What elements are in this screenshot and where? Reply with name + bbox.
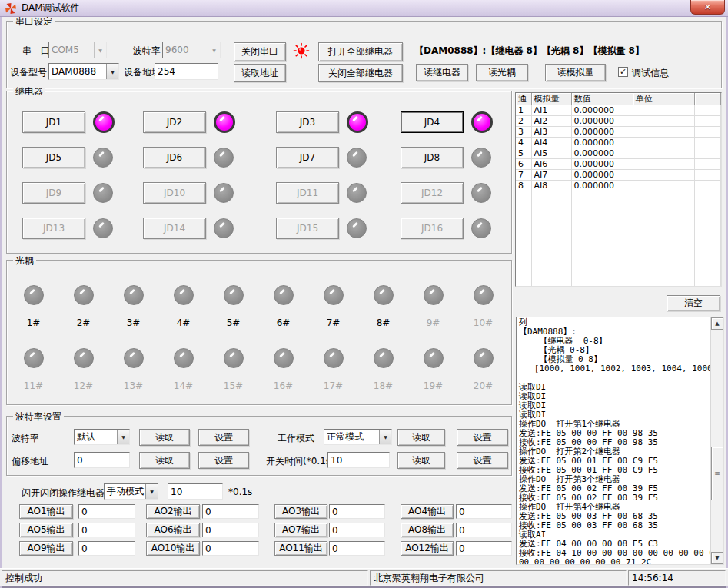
flash-mode-select[interactable]: 手动模式 ▼ bbox=[104, 483, 158, 500]
debug-log[interactable]: 列 【DAM0888】: 【继电器 0-8】 【光耦 0-8】 【模拟量 0-8… bbox=[516, 317, 724, 565]
switch-time-set-button[interactable]: 设置 bbox=[457, 452, 508, 469]
relay-button-jd2[interactable]: JD2 bbox=[143, 111, 206, 133]
col-header-value[interactable]: 数值 bbox=[571, 93, 633, 105]
relay-button-jd5[interactable]: JD5 bbox=[22, 147, 85, 168]
ao7-output-input[interactable] bbox=[329, 523, 385, 537]
ao1-output-button[interactable]: AO1输出 bbox=[19, 504, 73, 519]
opto-label: 12# bbox=[74, 380, 93, 391]
status-message: 控制成功 bbox=[2, 570, 368, 586]
read-analog-button[interactable]: 读模拟量 bbox=[545, 64, 606, 81]
baud-read-button[interactable]: 读取 bbox=[139, 429, 190, 446]
ao3-output-input[interactable] bbox=[329, 504, 385, 519]
ao12-output-button[interactable]: AO12输出 bbox=[401, 541, 454, 556]
offset-set-button[interactable]: 设置 bbox=[198, 452, 249, 469]
relay-button-jd7[interactable]: JD7 bbox=[276, 147, 339, 168]
cell-channel: 2 bbox=[516, 116, 531, 127]
opto-led bbox=[374, 285, 394, 305]
scrollbar-down-icon[interactable]: ▼ bbox=[711, 552, 723, 564]
opto-label: 14# bbox=[174, 380, 193, 391]
model-select[interactable]: DAM0888 ▼ bbox=[48, 63, 119, 80]
scrollbar-up-icon[interactable]: ▲ bbox=[711, 317, 723, 330]
opto-channel: 12# bbox=[58, 348, 108, 391]
ao7-output-button[interactable]: AO7输出 bbox=[274, 523, 327, 537]
cell-analog: AI4 bbox=[531, 138, 571, 148]
ao11-output-input[interactable] bbox=[329, 541, 385, 556]
cell-unit bbox=[633, 170, 694, 181]
table-row: 3 AI3 0.000000 bbox=[516, 127, 721, 138]
ao1-output-input[interactable] bbox=[78, 504, 135, 519]
dropdown-arrow-icon: ▼ bbox=[379, 430, 391, 444]
offset-address-input[interactable] bbox=[74, 452, 130, 468]
ao11-output-button[interactable]: AO11输出 bbox=[274, 541, 327, 556]
close-all-relays-button[interactable]: 关闭全部继电器 bbox=[318, 64, 403, 82]
scrollbar-thumb[interactable]: ≡ bbox=[711, 447, 723, 500]
col-header-unit[interactable]: 单位 bbox=[633, 93, 694, 105]
cell-channel: 1 bbox=[516, 105, 531, 116]
read-relay-button[interactable]: 读继电器 bbox=[416, 64, 468, 81]
ao4-output-input[interactable] bbox=[456, 504, 512, 519]
work-mode-set-button[interactable]: 设置 bbox=[457, 429, 508, 446]
address-input[interactable] bbox=[155, 63, 218, 80]
cell-analog: AI3 bbox=[531, 127, 571, 138]
ao6-output-button[interactable]: AO6输出 bbox=[146, 523, 200, 537]
device-info-label: 【DAM0888】:【继电器 8】【光耦 8】【模拟量 8】 bbox=[414, 45, 644, 58]
work-mode-select[interactable]: 正常模式 ▼ bbox=[324, 429, 392, 445]
dropdown-arrow-icon: ▼ bbox=[94, 42, 106, 58]
cell-extra bbox=[694, 105, 721, 116]
read-address-button[interactable]: 读取地址 bbox=[234, 64, 286, 82]
ao2-output-input[interactable] bbox=[202, 504, 259, 519]
open-all-relays-button[interactable]: 打开全部继电器 bbox=[318, 42, 403, 61]
opto-label: 19# bbox=[424, 380, 443, 391]
relay-cell: JD6 bbox=[143, 146, 234, 169]
ao5-output-button[interactable]: AO5输出 bbox=[19, 523, 73, 537]
model-value: DAM0888 bbox=[49, 66, 106, 77]
baud-settings-group: 波特率设置 波特率 默认 ▼ 读取 设置 工作模式 正常模式 ▼ 读取 设置 偏… bbox=[6, 416, 512, 476]
opto-label: 4# bbox=[177, 317, 191, 328]
log-scrollbar[interactable]: ▲ ≡ ▼ bbox=[710, 317, 723, 564]
baud-set-button[interactable]: 设置 bbox=[198, 429, 249, 446]
offset-read-button[interactable]: 读取 bbox=[139, 452, 190, 469]
ao8-output-button[interactable]: AO8输出 bbox=[401, 523, 454, 537]
ao2-output-button[interactable]: AO2输出 bbox=[146, 504, 200, 519]
baudrate-select[interactable]: 默认 ▼ bbox=[74, 429, 130, 445]
ao8-output-input[interactable] bbox=[456, 523, 512, 537]
cell-analog: AI2 bbox=[531, 116, 571, 127]
titlebar[interactable]: DAM调试软件 ✕ bbox=[0, 0, 728, 17]
col-header-channel[interactable]: 通 bbox=[516, 93, 531, 105]
relay-button-jd3[interactable]: JD3 bbox=[276, 111, 339, 133]
ao5-output-input[interactable] bbox=[78, 523, 135, 537]
opto-channel: 6# bbox=[258, 285, 308, 328]
close-serial-button[interactable]: 关闭串口 bbox=[234, 42, 286, 61]
opto-label: 16# bbox=[274, 380, 293, 391]
read-opto-button[interactable]: 读光耦 bbox=[476, 64, 528, 81]
ao9-output-input[interactable] bbox=[78, 541, 135, 556]
clear-log-button[interactable]: 清空 bbox=[667, 295, 720, 311]
ao3-output-button[interactable]: AO3输出 bbox=[274, 504, 327, 519]
relay-group: 继电器 JD1 JD2 JD3 JD4 JD5 JD6 JD7 bbox=[6, 91, 512, 254]
table-row: 1 AI1 0.000000 bbox=[516, 105, 721, 116]
col-header-extra[interactable] bbox=[694, 93, 721, 105]
ao6-output-input[interactable] bbox=[202, 523, 259, 537]
switch-time-input[interactable] bbox=[327, 452, 390, 468]
relay-button-jd8[interactable]: JD8 bbox=[401, 147, 464, 168]
table-row: 6 AI6 0.000000 bbox=[516, 159, 721, 170]
flash-time-input[interactable] bbox=[168, 483, 223, 500]
debug-info-checkbox[interactable]: ✓ bbox=[618, 67, 628, 77]
ao10-output-button[interactable]: AO10输出 bbox=[146, 541, 200, 556]
relay-button-jd6[interactable]: JD6 bbox=[143, 147, 206, 168]
relay-button-jd4[interactable]: JD4 bbox=[401, 111, 464, 133]
ao9-output-button[interactable]: AO9输出 bbox=[19, 541, 73, 556]
ao4-output-button[interactable]: AO4输出 bbox=[401, 504, 454, 519]
ao12-output-input[interactable] bbox=[456, 541, 512, 556]
switch-time-read-button[interactable]: 读取 bbox=[397, 452, 445, 469]
work-mode-read-button[interactable]: 读取 bbox=[397, 429, 445, 446]
ao10-output-input[interactable] bbox=[202, 541, 259, 556]
relay-button-jd9: JD9 bbox=[22, 182, 85, 204]
col-header-analog[interactable]: 模拟量 bbox=[531, 93, 571, 105]
relay-led bbox=[471, 218, 491, 238]
close-button[interactable]: ✕ bbox=[690, 0, 725, 15]
opto-label: 2# bbox=[77, 317, 91, 328]
baud-label: 波特率 bbox=[133, 45, 161, 58]
opto-led bbox=[424, 285, 444, 305]
relay-button-jd1[interactable]: JD1 bbox=[22, 111, 85, 133]
